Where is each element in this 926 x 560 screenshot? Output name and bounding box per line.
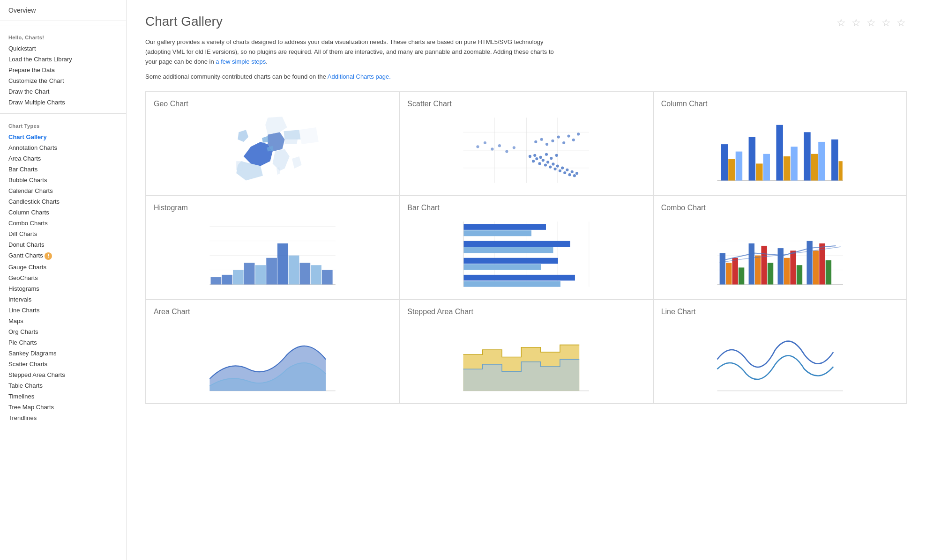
sidebar-item-geocharts[interactable]: GeoCharts	[8, 273, 118, 283]
sidebar-item-bar-charts[interactable]: Bar Charts	[8, 164, 118, 175]
svg-point-29	[555, 154, 558, 157]
svg-rect-52	[776, 125, 783, 181]
sidebar-item-donut-charts[interactable]: Donut Charts	[8, 239, 118, 250]
svg-rect-104	[796, 265, 802, 284]
svg-point-10	[544, 164, 547, 167]
svg-rect-58	[831, 140, 838, 181]
sidebar-item-area-charts[interactable]: Area Charts	[8, 153, 118, 164]
svg-rect-47	[728, 159, 735, 180]
bar-chart-visual	[407, 217, 645, 292]
sidebar-item-table-charts[interactable]: Table Charts	[8, 380, 118, 391]
svg-point-16	[559, 169, 561, 172]
svg-point-6	[532, 160, 535, 162]
geo-chart-card[interactable]: Geo Chart	[146, 92, 399, 196]
sidebar-item-scatter-charts[interactable]: Scatter Charts	[8, 359, 118, 369]
svg-rect-93	[719, 253, 725, 285]
sidebar-item-customize-chart[interactable]: Customize the Chart	[8, 75, 118, 86]
svg-point-8	[538, 162, 541, 165]
sidebar-item-annotation-charts[interactable]: Annotation Charts	[8, 142, 118, 153]
sidebar-overview[interactable]: Overview	[0, 0, 126, 21]
sidebar-item-sankey-diagrams[interactable]: Sankey Diagrams	[8, 348, 118, 359]
combo-chart-card[interactable]: Combo Chart	[653, 196, 907, 300]
svg-point-13	[552, 163, 555, 166]
scatter-chart-card[interactable]: Scatter Chart	[399, 92, 653, 196]
hello-section-title: Hello, Charts!	[8, 35, 118, 40]
svg-point-39	[477, 145, 479, 148]
svg-rect-70	[266, 258, 277, 285]
svg-rect-106	[813, 251, 819, 284]
line-chart-card[interactable]: Line Chart	[653, 300, 907, 404]
intro-paragraph-1: Our gallery provides a variety of charts…	[145, 37, 567, 66]
sidebar-item-quickstart[interactable]: Quickstart	[8, 43, 118, 54]
area-chart-card[interactable]: Area Chart	[146, 300, 399, 404]
sidebar-item-draw-chart[interactable]: Draw the Chart	[8, 86, 118, 97]
line-chart-title: Line Chart	[661, 308, 899, 316]
column-chart-card[interactable]: Column Chart	[653, 92, 907, 196]
sidebar-item-histograms[interactable]: Histograms	[8, 283, 118, 294]
sidebar-item-gantt-charts[interactable]: Gantt Charts !	[8, 250, 118, 262]
svg-rect-57	[818, 142, 825, 181]
svg-point-20	[568, 173, 571, 176]
svg-point-21	[571, 170, 574, 173]
combo-chart-visual	[661, 217, 899, 292]
sidebar-item-candlestick-charts[interactable]: Candlestick Charts	[8, 196, 118, 207]
svg-point-37	[572, 139, 575, 141]
star-rating[interactable]: ☆ ☆ ☆ ☆ ☆	[836, 17, 907, 29]
svg-rect-50	[756, 164, 762, 181]
sidebar-item-calendar-charts[interactable]: Calendar Charts	[8, 185, 118, 196]
svg-rect-51	[763, 154, 769, 181]
sidebar-item-line-charts[interactable]: Line Charts	[8, 305, 118, 316]
sidebar-item-column-charts[interactable]: Column Charts	[8, 207, 118, 218]
sidebar-item-prepare-data[interactable]: Prepare the Data	[8, 65, 118, 75]
line-chart-visual	[661, 321, 899, 396]
sidebar-item-stepped-area-charts[interactable]: Stepped Area Charts	[8, 369, 118, 380]
sidebar-item-pie-charts[interactable]: Pie Charts	[8, 337, 118, 348]
histogram-chart-card[interactable]: Histogram	[146, 196, 399, 300]
svg-rect-105	[807, 241, 812, 285]
svg-rect-88	[464, 281, 560, 287]
additional-charts-link[interactable]: Additional Charts page.	[328, 73, 391, 80]
svg-rect-73	[299, 263, 310, 284]
svg-point-32	[545, 143, 548, 146]
svg-rect-72	[289, 256, 299, 285]
svg-rect-102	[784, 258, 790, 285]
area-chart-visual	[154, 321, 391, 396]
svg-rect-56	[811, 154, 817, 181]
svg-point-30	[535, 140, 538, 143]
stepped-area-chart-visual	[407, 321, 645, 396]
simple-steps-link[interactable]: a few simple steps	[216, 58, 266, 65]
svg-point-43	[506, 150, 508, 153]
svg-rect-84	[464, 247, 553, 253]
sidebar-item-trendlines[interactable]: Trendlines	[8, 413, 118, 423]
sidebar-item-maps[interactable]: Maps	[8, 316, 118, 326]
stepped-area-chart-card[interactable]: Stepped Area Chart	[399, 300, 653, 404]
svg-point-44	[513, 146, 515, 149]
svg-rect-65	[211, 277, 222, 284]
sidebar-item-org-charts[interactable]: Org Charts	[8, 326, 118, 337]
bar-chart-card[interactable]: Bar Chart	[399, 196, 653, 300]
column-chart-visual	[661, 113, 899, 188]
svg-point-35	[562, 141, 565, 144]
svg-rect-49	[748, 137, 755, 181]
svg-point-33	[552, 140, 554, 142]
sidebar-item-tree-map-charts[interactable]: Tree Map Charts	[8, 402, 118, 413]
sidebar-item-load-charts[interactable]: Load the Charts Library	[8, 54, 118, 65]
sidebar-item-combo-charts[interactable]: Combo Charts	[8, 218, 118, 228]
sidebar-item-chart-gallery[interactable]: Chart Gallery	[8, 132, 118, 142]
svg-rect-81	[464, 224, 546, 230]
combo-chart-title: Combo Chart	[661, 204, 899, 212]
sidebar-item-gauge-charts[interactable]: Gauge Charts	[8, 262, 118, 273]
main-content: Chart Gallery ☆ ☆ ☆ ☆ ☆ Our gallery prov…	[127, 0, 926, 560]
sidebar-item-diff-charts[interactable]: Diff Charts	[8, 228, 118, 239]
svg-rect-98	[755, 256, 761, 285]
svg-rect-85	[464, 258, 558, 264]
svg-point-26	[539, 156, 542, 159]
sidebar-item-intervals[interactable]: Intervals	[8, 294, 118, 305]
svg-point-14	[554, 168, 557, 170]
sidebar-item-draw-multiple[interactable]: Draw Multiple Charts	[8, 97, 118, 108]
sidebar-item-bubble-charts[interactable]: Bubble Charts	[8, 175, 118, 185]
histogram-chart-title: Histogram	[154, 204, 391, 212]
svg-point-36	[568, 135, 570, 138]
svg-point-42	[498, 144, 501, 147]
sidebar-item-timelines[interactable]: Timelines	[8, 391, 118, 402]
